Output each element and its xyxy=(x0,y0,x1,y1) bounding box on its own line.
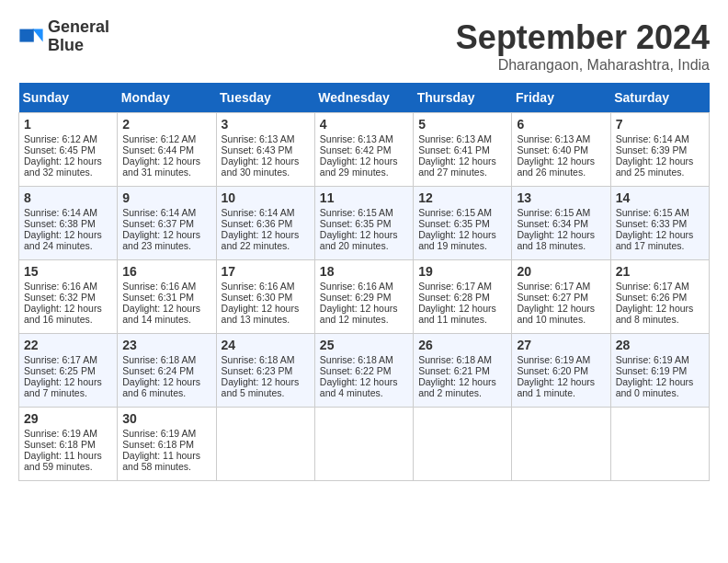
daylight-label: Daylight: 12 hours and 23 minutes. xyxy=(122,229,200,251)
page-header: General Blue September 2024 Dharangaon, … xyxy=(18,18,710,74)
day-number: 28 xyxy=(616,338,704,352)
sunset-label: Sunset: 6:39 PM xyxy=(616,144,688,155)
day-number: 6 xyxy=(517,117,605,132)
daylight-label: Daylight: 11 hours and 59 minutes. xyxy=(24,450,102,472)
sunset-label: Sunset: 6:29 PM xyxy=(320,292,392,303)
calendar-cell: 6 Sunrise: 6:13 AM Sunset: 6:40 PM Dayli… xyxy=(512,113,610,187)
calendar-cell: 8 Sunrise: 6:14 AM Sunset: 6:38 PM Dayli… xyxy=(19,187,118,260)
calendar-cell: 21 Sunrise: 6:17 AM Sunset: 6:26 PM Dayl… xyxy=(610,260,709,334)
day-number: 23 xyxy=(122,338,210,352)
daylight-label: Daylight: 12 hours and 30 minutes. xyxy=(222,155,300,178)
sunrise-label: Sunrise: 6:12 AM xyxy=(24,133,97,144)
day-number: 2 xyxy=(122,117,210,132)
sunset-label: Sunset: 6:35 PM xyxy=(320,218,392,229)
day-number: 29 xyxy=(24,411,112,426)
daylight-label: Daylight: 12 hours and 13 minutes. xyxy=(222,303,300,325)
daylight-label: Daylight: 12 hours and 26 minutes. xyxy=(517,155,595,178)
calendar-cell: 23 Sunrise: 6:18 AM Sunset: 6:24 PM Dayl… xyxy=(118,334,216,408)
day-number: 16 xyxy=(122,264,210,279)
sunset-label: Sunset: 6:21 PM xyxy=(418,365,490,376)
day-number: 10 xyxy=(222,190,310,205)
daylight-label: Daylight: 12 hours and 22 minutes. xyxy=(222,229,300,251)
calendar-week-row: 1 Sunrise: 6:12 AM Sunset: 6:45 PM Dayli… xyxy=(19,113,710,187)
day-number: 13 xyxy=(517,190,605,205)
sunset-label: Sunset: 6:43 PM xyxy=(222,144,293,155)
daylight-label: Daylight: 12 hours and 4 minutes. xyxy=(320,376,398,398)
calendar-cell: 15 Sunrise: 6:16 AM Sunset: 6:32 PM Dayl… xyxy=(19,260,118,334)
calendar-week-row: 15 Sunrise: 6:16 AM Sunset: 6:32 PM Dayl… xyxy=(19,260,710,334)
daylight-label: Daylight: 12 hours and 24 minutes. xyxy=(24,229,102,251)
day-number: 1 xyxy=(24,117,112,132)
sunrise-label: Sunrise: 6:14 AM xyxy=(616,133,689,144)
calendar-cell: 18 Sunrise: 6:16 AM Sunset: 6:29 PM Dayl… xyxy=(314,260,413,334)
weekday-header: Wednesday xyxy=(314,83,413,113)
sunrise-label: Sunrise: 6:18 AM xyxy=(122,354,196,365)
day-number: 8 xyxy=(24,190,112,205)
sunset-label: Sunset: 6:42 PM xyxy=(320,144,392,155)
day-number: 27 xyxy=(517,338,605,352)
sunrise-label: Sunrise: 6:18 AM xyxy=(222,354,295,365)
daylight-label: Daylight: 12 hours and 27 minutes. xyxy=(418,155,496,178)
sunset-label: Sunset: 6:41 PM xyxy=(418,144,490,155)
daylight-label: Daylight: 12 hours and 1 minute. xyxy=(517,376,595,398)
calendar-table: SundayMondayTuesdayWednesdayThursdayFrid… xyxy=(18,83,710,481)
sunset-label: Sunset: 6:20 PM xyxy=(517,365,588,376)
sunset-label: Sunset: 6:44 PM xyxy=(122,144,194,155)
calendar-week-row: 22 Sunrise: 6:17 AM Sunset: 6:25 PM Dayl… xyxy=(19,334,710,408)
svg-rect-1 xyxy=(19,29,33,41)
sunset-label: Sunset: 6:30 PM xyxy=(222,292,293,303)
day-number: 25 xyxy=(320,338,408,352)
sunset-label: Sunset: 6:31 PM xyxy=(122,292,194,303)
month-title: September 2024 xyxy=(456,18,710,57)
day-number: 12 xyxy=(418,190,506,205)
sunset-label: Sunset: 6:28 PM xyxy=(418,292,490,303)
sunset-label: Sunset: 6:35 PM xyxy=(418,218,490,229)
sunset-label: Sunset: 6:27 PM xyxy=(517,292,588,303)
sunrise-label: Sunrise: 6:14 AM xyxy=(222,207,295,218)
calendar-cell: 9 Sunrise: 6:14 AM Sunset: 6:37 PM Dayli… xyxy=(118,187,216,260)
daylight-label: Daylight: 12 hours and 8 minutes. xyxy=(616,303,694,325)
calendar-cell: 27 Sunrise: 6:19 AM Sunset: 6:20 PM Dayl… xyxy=(512,334,610,408)
calendar-cell xyxy=(610,408,709,481)
title-block: September 2024 Dharangaon, Maharashtra, … xyxy=(456,18,710,74)
calendar-cell: 7 Sunrise: 6:14 AM Sunset: 6:39 PM Dayli… xyxy=(610,113,709,187)
sunrise-label: Sunrise: 6:13 AM xyxy=(517,133,590,144)
sunrise-label: Sunrise: 6:18 AM xyxy=(320,354,393,365)
sunrise-label: Sunrise: 6:15 AM xyxy=(517,207,590,218)
calendar-week-row: 8 Sunrise: 6:14 AM Sunset: 6:38 PM Dayli… xyxy=(19,187,710,260)
sunrise-label: Sunrise: 6:19 AM xyxy=(517,354,590,365)
daylight-label: Daylight: 11 hours and 58 minutes. xyxy=(122,450,200,472)
daylight-label: Daylight: 12 hours and 16 minutes. xyxy=(24,303,102,325)
sunrise-label: Sunrise: 6:13 AM xyxy=(222,133,295,144)
weekday-header: Sunday xyxy=(19,83,118,113)
calendar-cell: 24 Sunrise: 6:18 AM Sunset: 6:23 PM Dayl… xyxy=(216,334,314,408)
sunrise-label: Sunrise: 6:13 AM xyxy=(320,133,393,144)
daylight-label: Daylight: 12 hours and 0 minutes. xyxy=(616,376,694,398)
calendar-cell: 22 Sunrise: 6:17 AM Sunset: 6:25 PM Dayl… xyxy=(19,334,118,408)
daylight-label: Daylight: 12 hours and 20 minutes. xyxy=(320,229,398,251)
day-number: 30 xyxy=(122,411,210,426)
day-number: 18 xyxy=(320,264,408,279)
day-number: 4 xyxy=(320,117,408,132)
location: Dharangaon, Maharashtra, India xyxy=(456,57,710,74)
sunset-label: Sunset: 6:34 PM xyxy=(517,218,588,229)
calendar-cell: 14 Sunrise: 6:15 AM Sunset: 6:33 PM Dayl… xyxy=(610,187,709,260)
sunset-label: Sunset: 6:33 PM xyxy=(616,218,688,229)
sunset-label: Sunset: 6:22 PM xyxy=(320,365,392,376)
calendar-cell: 11 Sunrise: 6:15 AM Sunset: 6:35 PM Dayl… xyxy=(314,187,413,260)
calendar-cell: 19 Sunrise: 6:17 AM Sunset: 6:28 PM Dayl… xyxy=(414,260,512,334)
weekday-header: Monday xyxy=(118,83,216,113)
sunrise-label: Sunrise: 6:14 AM xyxy=(24,207,97,218)
daylight-label: Daylight: 12 hours and 10 minutes. xyxy=(517,303,595,325)
calendar-cell: 16 Sunrise: 6:16 AM Sunset: 6:31 PM Dayl… xyxy=(118,260,216,334)
sunset-label: Sunset: 6:36 PM xyxy=(222,218,293,229)
daylight-label: Daylight: 12 hours and 25 minutes. xyxy=(616,155,694,178)
sunset-label: Sunset: 6:18 PM xyxy=(24,439,96,450)
svg-marker-0 xyxy=(32,29,42,41)
calendar-cell xyxy=(314,408,413,481)
day-number: 22 xyxy=(24,338,112,352)
day-number: 19 xyxy=(418,264,506,279)
day-number: 20 xyxy=(517,264,605,279)
calendar-cell: 20 Sunrise: 6:17 AM Sunset: 6:27 PM Dayl… xyxy=(512,260,610,334)
sunrise-label: Sunrise: 6:18 AM xyxy=(418,354,492,365)
